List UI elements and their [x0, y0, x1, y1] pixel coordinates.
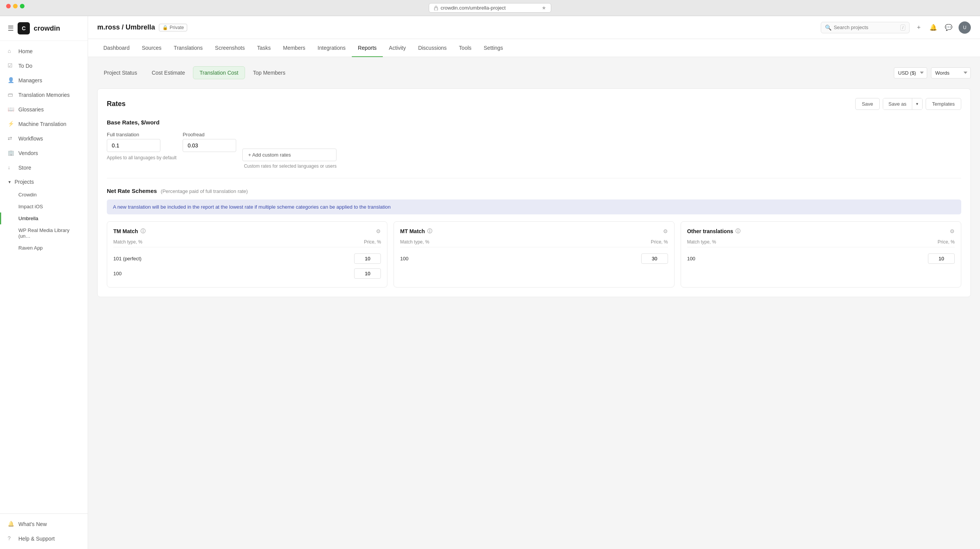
managers-icon: 👤	[8, 77, 15, 84]
scheme-cards: TM Match ⓘ ⚙ Match type, % Price, % 101 …	[107, 221, 961, 288]
sub-tab-translation-cost[interactable]: Translation Cost	[193, 66, 245, 79]
chat-button[interactable]: 💬	[943, 22, 954, 33]
sidebar-project-umbrella[interactable]: Umbrella	[0, 212, 88, 224]
minimize-button[interactable]	[13, 4, 18, 8]
logo-text: crowdin	[34, 25, 60, 33]
maximize-button[interactable]	[20, 4, 24, 8]
sidebar-item-managers[interactable]: 👤 Managers	[0, 73, 88, 88]
sidebar-item-label: Help & Support	[18, 536, 55, 542]
sidebar-item-vendors[interactable]: 🏢 Vendors	[0, 146, 88, 160]
user-avatar[interactable]: U	[959, 21, 971, 34]
search-input[interactable]	[834, 25, 898, 30]
sidebar-item-machine-translation[interactable]: ⚡ Machine Translation	[0, 117, 88, 131]
url-text: crowdin.com/umbrella-project	[441, 5, 506, 11]
applies-hint: Applies to all languages by default	[107, 155, 176, 160]
sub-tab-cost-estimate[interactable]: Cost Estimate	[145, 66, 191, 79]
save-button[interactable]: Save	[855, 98, 880, 110]
sidebar-item-help[interactable]: ? Help & Support	[0, 531, 88, 546]
sidebar-item-whats-new[interactable]: 🔔 What's New	[0, 517, 88, 531]
tab-activity[interactable]: Activity	[383, 39, 412, 57]
divider	[107, 178, 961, 178]
add-button[interactable]: ＋	[914, 22, 923, 33]
unit-select[interactable]: Words Characters Segments	[931, 67, 971, 78]
tab-tools[interactable]: Tools	[453, 39, 478, 57]
url-bar[interactable]: crowdin.com/umbrella-project ★	[429, 3, 551, 13]
sidebar-item-glossaries[interactable]: 📖 Glossaries	[0, 102, 88, 117]
close-button[interactable]	[6, 4, 11, 8]
currency-select[interactable]: USD ($) EUR (€) GBP (£)	[894, 67, 927, 78]
sidebar-item-label: Home	[18, 48, 33, 54]
sidebar-item-home[interactable]: ⌂ Home	[0, 44, 88, 59]
sidebar-item-translation-memories[interactable]: 🗃 Translation Memories	[0, 88, 88, 102]
sidebar-project-wp-real-media[interactable]: WP Real Media Library (un…	[0, 224, 88, 242]
sidebar-logo: ☰ C crowdin	[0, 16, 88, 41]
tab-members[interactable]: Members	[277, 39, 311, 57]
tab-translations[interactable]: Translations	[168, 39, 209, 57]
hamburger-button[interactable]: ☰	[8, 24, 14, 33]
tm-match-info-icon[interactable]: ⓘ	[140, 228, 145, 235]
sidebar-item-label: Translation Memories	[18, 92, 70, 98]
base-rates-grid: Full translation Applies to all language…	[107, 132, 961, 169]
templates-button[interactable]: Templates	[926, 98, 961, 110]
proofread-group: Proofread	[183, 132, 236, 152]
project-name: Umbrella	[18, 216, 38, 221]
rates-actions: Save Save as ▾ Templates	[855, 98, 961, 110]
other-translations-header: Other translations ⓘ ⚙	[687, 228, 955, 235]
tm-match-price-1[interactable]	[354, 268, 381, 279]
net-rate-subtitle: (Percentage paid of full translation rat…	[161, 188, 248, 194]
tm-match-price-0[interactable]	[354, 253, 381, 264]
mt-match-gear-icon[interactable]: ⚙	[663, 228, 668, 234]
other-translations-card: Other translations ⓘ ⚙ Match type, % Pri…	[681, 221, 961, 288]
rates-title: Rates	[107, 100, 126, 108]
chevron-down-icon: ▼	[8, 180, 11, 184]
sidebar-nav: ⌂ Home ☑ To Do 👤 Managers 🗃 Translation …	[0, 41, 88, 513]
custom-rates-hint: Custom rates for selected languages or u…	[244, 163, 336, 169]
notifications-button[interactable]: 🔔	[928, 22, 939, 33]
sidebar-item-todo[interactable]: ☑ To Do	[0, 59, 88, 73]
sidebar-item-workflows[interactable]: ⇄ Workflows	[0, 131, 88, 146]
tab-discussions[interactable]: Discussions	[412, 39, 453, 57]
store-icon: ↓	[8, 164, 15, 171]
save-as-button[interactable]: Save as	[883, 98, 912, 109]
tab-sources[interactable]: Sources	[136, 39, 168, 57]
add-custom-rates-button[interactable]: + Add custom rates	[242, 149, 336, 161]
full-translation-input[interactable]	[107, 139, 160, 152]
tm-match-card: TM Match ⓘ ⚙ Match type, % Price, % 101 …	[107, 221, 387, 288]
other-translations-gear-icon[interactable]: ⚙	[950, 228, 955, 234]
home-icon: ⌂	[8, 48, 15, 55]
project-name: Crowdin	[18, 192, 37, 198]
sub-tab-top-members[interactable]: Top Members	[247, 66, 292, 79]
tab-reports[interactable]: Reports	[352, 39, 383, 57]
tab-settings[interactable]: Settings	[478, 39, 510, 57]
sub-tab-project-status[interactable]: Project Status	[97, 66, 144, 79]
sidebar-item-label: Workflows	[18, 136, 43, 142]
other-translations-info-icon[interactable]: ⓘ	[735, 228, 740, 235]
tab-screenshots[interactable]: Screenshots	[209, 39, 251, 57]
tab-dashboard[interactable]: Dashboard	[97, 39, 136, 57]
sidebar-project-impact-ios[interactable]: Impact iOS	[0, 201, 88, 212]
sidebar-bottom: 🔔 What's New ? Help & Support	[0, 513, 88, 549]
mt-match-info-icon[interactable]: ⓘ	[427, 228, 432, 235]
search-box[interactable]: 🔍 /	[821, 22, 910, 33]
projects-section-header[interactable]: ▼ Projects	[0, 175, 88, 189]
sidebar-item-store[interactable]: ↓ Store	[0, 160, 88, 175]
tab-tasks[interactable]: Tasks	[251, 39, 277, 57]
sidebar-item-label: Store	[18, 165, 31, 171]
tm-match-header: TM Match ⓘ ⚙	[113, 228, 381, 235]
sub-tabs-bar: Project Status Cost Estimate Translation…	[97, 66, 971, 79]
mt-match-price-0[interactable]	[641, 253, 668, 264]
project-full-title: m.ross / Umbrella	[97, 23, 155, 31]
other-translations-price-0[interactable]	[928, 253, 955, 264]
save-as-dropdown-arrow[interactable]: ▾	[912, 98, 922, 109]
sidebar-project-crowdin[interactable]: Crowdin	[0, 189, 88, 201]
tab-integrations[interactable]: Integrations	[312, 39, 352, 57]
workflows-icon: ⇄	[8, 135, 15, 142]
proofread-input[interactable]	[183, 139, 236, 152]
tm-match-gear-icon[interactable]: ⚙	[376, 228, 381, 234]
bookmark-icon[interactable]: ★	[542, 5, 546, 11]
lock-icon	[434, 6, 438, 10]
sidebar-project-raven-app[interactable]: Raven App	[0, 242, 88, 254]
project-name: Raven App	[18, 245, 43, 251]
other-translations-columns: Match type, % Price, %	[687, 239, 955, 247]
net-rate-title: Net Rate Schemes	[107, 188, 157, 194]
